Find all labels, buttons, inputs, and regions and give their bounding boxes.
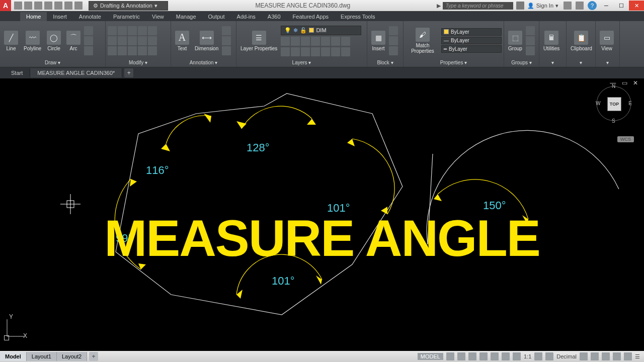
polyline-button[interactable]: 〰Polyline	[22, 30, 43, 52]
customize-icon[interactable]: ☰	[635, 353, 640, 360]
panel-annotation-title[interactable]: Annotation ▾	[173, 59, 234, 66]
match-properties-button[interactable]: 🖌Match Properties	[406, 27, 440, 55]
signin-button[interactable]: 👤 Sign In ▾	[524, 3, 561, 9]
draw-tool-icon[interactable]	[84, 46, 93, 55]
layer-tool-icon[interactable]	[311, 37, 320, 46]
offset-icon[interactable]	[118, 46, 127, 55]
explode-icon[interactable]	[148, 26, 157, 35]
panel-modify-title[interactable]: Modify ▾	[108, 59, 169, 66]
anno-scale-icon[interactable]	[534, 352, 542, 360]
drawing-canvas[interactable]: — ▭ ✕ 116° 128° 101° 99° 101° 150° MEASU…	[0, 78, 644, 351]
qat-open-icon[interactable]	[24, 2, 32, 10]
search-nav-icon[interactable]: ▶	[435, 3, 443, 9]
text-button[interactable]: AText	[173, 30, 191, 52]
tab-output[interactable]: Output	[202, 12, 231, 21]
workspace-icon[interactable]	[545, 352, 553, 360]
leader-icon[interactable]	[222, 26, 231, 35]
add-tab-button[interactable]: +	[124, 68, 133, 77]
panel-groups-title[interactable]: Groups ▾	[506, 59, 537, 66]
infocenter-icon[interactable]	[516, 2, 524, 10]
snap-icon[interactable]	[457, 352, 465, 360]
linetype-selector[interactable]: —ByLayer	[441, 37, 502, 44]
rotate-icon[interactable]	[118, 26, 127, 35]
panel-properties-title[interactable]: Properties ▾	[406, 59, 502, 66]
tab-annotate[interactable]: Annotate	[73, 12, 107, 21]
add-layout-button[interactable]: +	[89, 352, 98, 361]
layer-tool-icon[interactable]	[291, 47, 300, 56]
layer-tool-icon[interactable]	[291, 37, 300, 46]
tab-express-tools[interactable]: Express Tools	[335, 12, 381, 21]
tab-view[interactable]: View	[146, 12, 170, 21]
layer-tool-icon[interactable]	[281, 47, 290, 56]
circle-button[interactable]: ◯Circle	[45, 30, 63, 52]
clipboard-button[interactable]: 📋Clipboard	[569, 30, 594, 52]
chamfer-icon[interactable]	[128, 46, 137, 55]
exchange-icon[interactable]	[564, 2, 572, 10]
qat-new-icon[interactable]	[14, 2, 22, 10]
layout1-tab[interactable]: Layout1	[27, 352, 57, 361]
layer-tool-icon[interactable]	[341, 47, 350, 56]
qat-print-icon[interactable]	[54, 2, 62, 10]
qat-redo-icon[interactable]	[74, 2, 83, 10]
trim-icon[interactable]	[128, 26, 137, 35]
tab-featured-apps[interactable]: Featured Apps	[287, 12, 335, 21]
quickprops-icon[interactable]	[580, 352, 588, 360]
viewcube-north[interactable]: N	[612, 83, 615, 89]
block-tool-icon[interactable]	[389, 46, 398, 55]
layer-tool-icon[interactable]	[341, 37, 350, 46]
layer-tool-icon[interactable]	[331, 37, 340, 46]
arc-button[interactable]: ⌒Arc	[64, 30, 83, 52]
layer-tool-icon[interactable]	[321, 37, 330, 46]
fillet-icon[interactable]	[128, 36, 137, 45]
lineweight-icon[interactable]	[502, 352, 510, 360]
viewcube[interactable]: N S W E TOP	[594, 83, 634, 124]
qat-save-icon[interactable]	[34, 2, 42, 10]
tab-home[interactable]: Home	[20, 12, 47, 21]
units-display[interactable]: Decimal	[556, 353, 577, 359]
panel-clipboard-title[interactable]: ▾	[569, 59, 593, 66]
stretch-icon[interactable]	[138, 36, 147, 45]
draw-tool-icon[interactable]	[84, 36, 93, 45]
erase-icon[interactable]	[138, 26, 147, 35]
app-store-icon[interactable]	[576, 2, 584, 10]
lockui-icon[interactable]	[591, 352, 599, 360]
group-button[interactable]: ⬚Group	[506, 30, 524, 52]
utilities-button[interactable]: 🖩Utilities	[541, 30, 561, 52]
table-icon[interactable]	[222, 36, 231, 45]
layer-tool-icon[interactable]	[301, 47, 310, 56]
hardware-accel-icon[interactable]	[613, 352, 621, 360]
layer-tool-icon[interactable]	[281, 37, 290, 46]
draw-tool-icon[interactable]	[84, 26, 93, 35]
viewcube-west[interactable]: W	[596, 101, 600, 106]
help-icon[interactable]: ?	[588, 1, 597, 10]
filetab-document[interactable]: MEASURE ANGLE CADIN360*	[30, 68, 122, 77]
scale-icon[interactable]	[108, 46, 117, 55]
move-icon[interactable]	[108, 26, 117, 35]
panel-utilities-title[interactable]: ▾	[541, 59, 564, 66]
layout2-tab[interactable]: Layout2	[57, 352, 87, 361]
layer-tool-icon[interactable]	[311, 47, 320, 56]
filetab-start[interactable]: Start	[4, 68, 30, 77]
polar-icon[interactable]	[479, 352, 488, 360]
line-button[interactable]: ╱Line	[2, 30, 20, 52]
dimension-button[interactable]: ⟷Dimension	[193, 30, 220, 52]
modify-tool-icon[interactable]	[148, 46, 157, 55]
maximize-button[interactable]: ☐	[614, 1, 629, 11]
scale-display[interactable]: 1:1	[524, 353, 531, 359]
panel-draw-title[interactable]: Draw ▾	[2, 59, 103, 66]
group-tool-icon[interactable]	[526, 36, 535, 45]
osnap-icon[interactable]	[491, 352, 499, 360]
color-selector[interactable]: ByLayer	[441, 28, 502, 36]
panel-view-title[interactable]: ▾	[598, 59, 617, 66]
close-button[interactable]: ✕	[629, 1, 644, 11]
view-button[interactable]: ▭View	[598, 30, 616, 52]
wcs-badge[interactable]: WCS	[617, 136, 634, 142]
isolate-icon[interactable]	[602, 352, 610, 360]
cleanscreen-icon[interactable]	[624, 352, 632, 360]
lineweight-selector[interactable]: ━ByLayer	[441, 45, 502, 53]
copy-icon[interactable]	[108, 36, 117, 45]
group-tool-icon[interactable]	[526, 46, 535, 55]
panel-block-title[interactable]: Block ▾	[369, 59, 401, 66]
ortho-icon[interactable]	[468, 352, 476, 360]
annotation-tool-icon[interactable]	[222, 46, 231, 55]
